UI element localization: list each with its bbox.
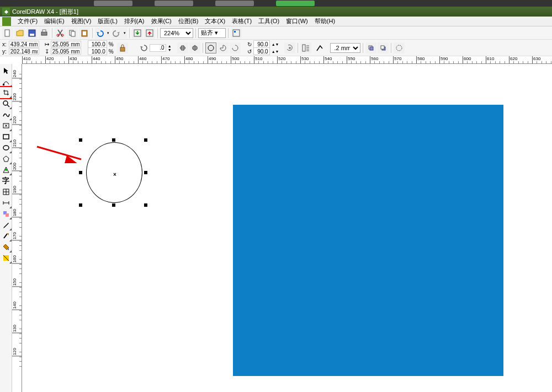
width-input[interactable] bbox=[51, 41, 81, 47]
arc-button[interactable] bbox=[230, 42, 241, 53]
spinner[interactable]: ▲▼ bbox=[272, 50, 279, 53]
property-bar: x: y: ↦ ↧ % % ▲▼ ↻▲▼ ↺▲▼ .2 mm bbox=[0, 40, 552, 56]
menu-bitmaps[interactable]: 位图(B) bbox=[175, 16, 202, 26]
width-icon: ↦ bbox=[45, 41, 49, 47]
horizontal-ruler[interactable]: 4104204304404504604704804905005105205305… bbox=[22, 56, 552, 64]
menu-effects[interactable]: 效果(C) bbox=[148, 16, 175, 26]
selection-handle[interactable] bbox=[144, 138, 147, 142]
selection-handle[interactable] bbox=[144, 203, 147, 207]
paste-button[interactable] bbox=[79, 28, 90, 39]
os-tab[interactable] bbox=[94, 1, 132, 6]
menu-bar: 文件(F) 编辑(E) 视图(V) 版面(L) 排列(A) 效果(C) 位图(B… bbox=[0, 17, 552, 26]
start-angle-input[interactable] bbox=[253, 40, 270, 48]
to-front-button[interactable] bbox=[365, 42, 376, 53]
text-tool[interactable]: 字 bbox=[1, 175, 12, 186]
angle-block: ↻▲▼ ↺▲▼ bbox=[247, 41, 279, 55]
new-button[interactable] bbox=[2, 28, 13, 39]
blue-rectangle-object[interactable] bbox=[233, 105, 503, 376]
cut-button[interactable] bbox=[55, 28, 66, 39]
selection-center-icon[interactable]: × bbox=[113, 171, 116, 178]
menu-edit[interactable]: 编辑(E) bbox=[41, 16, 68, 26]
convert-curves-button[interactable] bbox=[394, 42, 405, 53]
app-icon bbox=[2, 17, 11, 26]
rotate-icon bbox=[140, 44, 148, 52]
menu-help[interactable]: 帮助(H) bbox=[311, 16, 338, 26]
table-tool[interactable] bbox=[1, 186, 12, 197]
x-input[interactable] bbox=[9, 41, 39, 47]
separator bbox=[228, 28, 229, 38]
wrap-text-button[interactable] bbox=[300, 42, 311, 53]
end-angle-input[interactable] bbox=[253, 47, 270, 55]
menu-window[interactable]: 窗口(W) bbox=[283, 16, 311, 26]
fill-tool[interactable] bbox=[1, 241, 12, 253]
pick-tool[interactable] bbox=[1, 65, 12, 76]
menu-tools[interactable]: 工具(O) bbox=[255, 16, 283, 26]
spinner[interactable]: ▲▼ bbox=[168, 44, 172, 52]
rotation-input[interactable] bbox=[150, 44, 166, 52]
interactive-fill-tool[interactable] bbox=[1, 253, 12, 264]
zoom-tool[interactable] bbox=[1, 98, 12, 109]
selection-handle[interactable] bbox=[79, 138, 82, 142]
save-button[interactable] bbox=[26, 28, 38, 39]
separator bbox=[203, 43, 203, 53]
menu-view[interactable]: 视图(V) bbox=[68, 16, 95, 26]
smart-fill-tool[interactable] bbox=[1, 120, 12, 131]
undo-button[interactable]: ▾ bbox=[95, 28, 110, 39]
os-tab[interactable] bbox=[155, 1, 193, 6]
os-tab[interactable] bbox=[276, 1, 315, 6]
options-button[interactable] bbox=[231, 28, 242, 39]
window-title: CorelDRAW X4 - [图形1] bbox=[12, 8, 78, 16]
spinner[interactable]: ▲▼ bbox=[272, 42, 279, 46]
snap-dropdown[interactable]: 贴齐 ▾ bbox=[198, 28, 226, 38]
selection-handle[interactable] bbox=[112, 138, 115, 142]
eyedropper-tool[interactable] bbox=[1, 219, 12, 230]
export-button[interactable] bbox=[144, 28, 155, 39]
menu-layout[interactable]: 版面(L) bbox=[94, 16, 120, 26]
os-tab[interactable] bbox=[215, 1, 254, 6]
mirror-v-button[interactable] bbox=[189, 42, 200, 53]
redo-button[interactable]: ▾ bbox=[112, 28, 127, 39]
y-input[interactable] bbox=[9, 48, 39, 55]
ellipse-button[interactable] bbox=[205, 42, 216, 53]
selection-handle[interactable] bbox=[144, 171, 147, 174]
vertical-ruler[interactable]: 240230220210200190180170160150140130120 bbox=[12, 64, 22, 392]
shape-tool[interactable] bbox=[1, 76, 12, 87]
lock-ratio-button[interactable] bbox=[117, 42, 128, 53]
basic-shapes-tool[interactable] bbox=[1, 164, 12, 175]
polygon-tool[interactable] bbox=[1, 153, 12, 164]
interactive-tool[interactable] bbox=[1, 208, 12, 219]
svg-rect-24 bbox=[3, 84, 4, 85]
menu-text[interactable]: 文本(X) bbox=[201, 16, 229, 26]
rectangle-tool[interactable] bbox=[1, 131, 12, 142]
zoom-select[interactable]: 224% bbox=[160, 28, 193, 38]
scale-y-input[interactable] bbox=[88, 47, 107, 55]
menu-arrange[interactable]: 排列(A) bbox=[121, 16, 148, 26]
dimension-tool[interactable] bbox=[1, 197, 12, 208]
scale-x-input[interactable] bbox=[88, 40, 107, 48]
menu-file[interactable]: 文件(F) bbox=[14, 16, 41, 26]
crop-tool[interactable] bbox=[1, 87, 12, 98]
ellipse-tool[interactable] bbox=[1, 142, 12, 153]
copy-button[interactable] bbox=[67, 28, 78, 39]
menu-table[interactable]: 表格(T) bbox=[229, 16, 255, 26]
open-button[interactable] bbox=[14, 28, 25, 39]
pct-label: % bbox=[109, 41, 114, 47]
pie-button[interactable] bbox=[217, 42, 229, 53]
drawing-canvas[interactable]: × bbox=[22, 64, 552, 392]
app-logo-icon: ◆ bbox=[2, 8, 10, 15]
freehand-tool[interactable] bbox=[1, 109, 12, 120]
direction-button[interactable] bbox=[284, 42, 295, 53]
to-back-button[interactable] bbox=[378, 42, 389, 53]
x-label: x: bbox=[2, 41, 7, 47]
svg-rect-13 bbox=[233, 30, 240, 36]
height-input[interactable] bbox=[51, 48, 81, 55]
outline-tool[interactable] bbox=[1, 230, 12, 241]
selection-handle[interactable] bbox=[79, 171, 82, 174]
mirror-h-button[interactable] bbox=[177, 42, 188, 53]
selection-handle[interactable] bbox=[112, 203, 115, 207]
selection-handle[interactable] bbox=[79, 203, 82, 207]
print-button[interactable] bbox=[39, 28, 50, 39]
import-button[interactable] bbox=[132, 28, 143, 39]
position-block: x: y: bbox=[2, 41, 39, 55]
outline-width-select[interactable]: .2 mm bbox=[330, 43, 360, 53]
